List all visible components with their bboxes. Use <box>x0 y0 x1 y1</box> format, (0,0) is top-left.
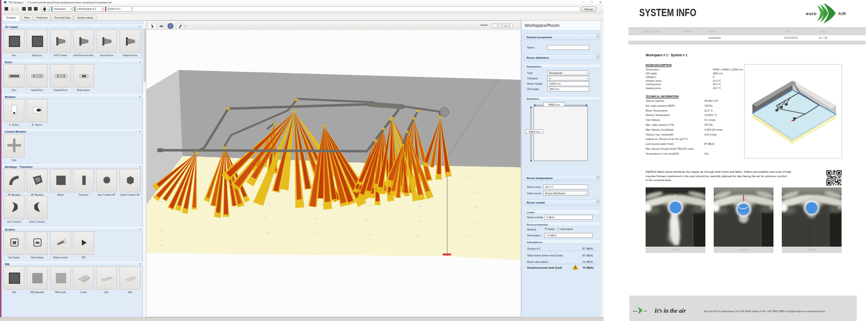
svg-text:euro: euro <box>633 310 638 312</box>
svg-text:air: air <box>644 310 647 312</box>
svg-text:euro: euro <box>806 11 817 16</box>
svg-text:AIR: AIR <box>838 11 846 16</box>
